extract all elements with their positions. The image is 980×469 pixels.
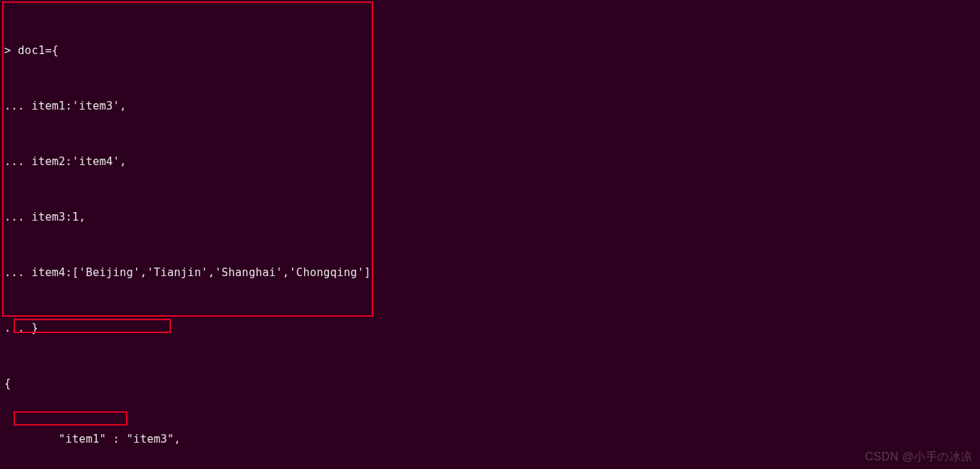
terminal-line: ... item4:['Beijing','Tianjin','Shanghai…	[4, 263, 976, 282]
terminal-line: > doc1={	[4, 41, 976, 60]
terminal-output[interactable]: > doc1={ ... item1:'item3', ... item2:'i…	[0, 0, 980, 469]
terminal-line: ... item2:'item4',	[4, 152, 976, 171]
terminal-line: ... }	[4, 319, 976, 337]
terminal-line: ... item1:'item3',	[4, 97, 976, 115]
terminal-line: ... item3:1,	[4, 208, 976, 226]
terminal-line: {	[4, 374, 976, 393]
terminal-line: "item1" : "item3",	[4, 430, 976, 448]
watermark-text: CSDN @小手の冰凉	[865, 450, 973, 465]
